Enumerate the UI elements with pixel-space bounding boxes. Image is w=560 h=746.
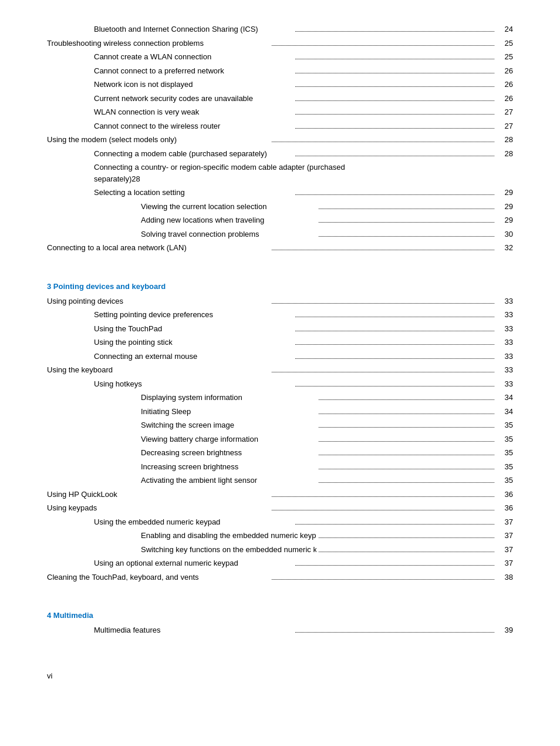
dots [272, 250, 494, 250]
toc-entry: Using the pointing stick 33 [47, 337, 513, 348]
page-number: 28 [497, 148, 513, 160]
toc-entry: Using the embedded numeric keypad 37 [47, 516, 513, 528]
entry-text: Setting pointing device preferences [94, 309, 293, 321]
dots [295, 156, 494, 156]
toc-entry: Viewing battery charge information 35 [47, 434, 513, 445]
toc-entry: Cannot connect to the wireless router 27 [47, 120, 513, 132]
page-number: 35 [497, 447, 513, 459]
page-number: 33 [497, 309, 513, 321]
dots [295, 317, 494, 317]
toc-entry: Using HP QuickLook 36 [47, 489, 513, 500]
toc-entry: Troubleshooting wireless connection prob… [47, 38, 513, 49]
toc-entry: Displaying system information 34 [47, 392, 513, 404]
page-number: 35 [497, 434, 513, 445]
page-footer: vi [47, 671, 513, 680]
entry-text: Cannot connect to the wireless router [94, 120, 293, 132]
entry-text: Switching key functions on the embedded … [141, 544, 316, 556]
dots [272, 579, 494, 580]
entry-text: Viewing battery charge information [141, 434, 316, 445]
dots [295, 386, 494, 387]
entry-text: Switching the screen image [141, 419, 316, 431]
entry-text: Using keypads [47, 502, 269, 514]
entry-text: Network icon is not displayed [94, 79, 293, 90]
page-number: 24 [497, 23, 513, 35]
dots [295, 31, 494, 32]
dots [272, 303, 494, 304]
toc-entry: Connecting an external mouse 33 [47, 351, 513, 362]
toc-entry: Cannot create a WLAN connection 25 [47, 51, 513, 63]
page-number: 37 [497, 557, 513, 569]
entry-text: Viewing the current location selection [141, 201, 316, 213]
page-number: 35 [497, 419, 513, 431]
entry-text: Displaying system information [141, 392, 316, 404]
entry-text: Using an optional external numeric keypa… [94, 557, 293, 569]
section3-number: 3 [47, 282, 53, 291]
toc-entry: Switching the screen image 35 [47, 419, 513, 431]
entry-text: WLAN connection is very weak [94, 106, 293, 118]
dots [295, 86, 494, 87]
dots [295, 331, 494, 331]
page-number: 33 [497, 351, 513, 362]
entry-text: Multimedia features [94, 624, 293, 636]
dots [319, 441, 494, 442]
toc-entry: Selecting a location setting 29 [47, 187, 513, 199]
dots [295, 358, 494, 359]
section3-entries: Using pointing devices 33 Setting pointi… [47, 295, 513, 583]
dots [272, 372, 494, 372]
dots [295, 100, 494, 101]
page-number: 32 [497, 242, 513, 254]
toc-entry: WLAN connection is very weak 27 [47, 106, 513, 118]
toc-entry: Using pointing devices 33 [47, 295, 513, 307]
entry-text: Adding new locations when traveling [141, 214, 316, 226]
page-number: 26 [497, 65, 513, 77]
entry-text: Using the keyboard [47, 364, 269, 376]
toc-entry: Solving travel connection problems 30 [47, 228, 513, 240]
dots [272, 142, 494, 142]
entry-text: Increasing screen brightness [141, 461, 316, 473]
toc-entry: Bluetooth and Internet Connection Sharin… [47, 23, 513, 35]
entry-text: Initiating Sleep [141, 406, 316, 418]
entry-text: Connecting to a local area network (LAN) [47, 242, 269, 254]
page-number: 35 [497, 461, 513, 473]
page-number: 34 [497, 392, 513, 404]
toc-entry: Multimedia features 39 [47, 624, 513, 636]
entry-text: Activating the ambient light sensor [141, 475, 316, 486]
page-number: 26 [497, 79, 513, 90]
entry-text: Selecting a location setting [94, 187, 293, 199]
page-number: 29 [497, 187, 513, 199]
dots [319, 455, 494, 455]
toc-entry: Using the modem (select models only) 28 [47, 134, 513, 146]
entry-text: Connecting a country- or region-specific… [94, 162, 345, 173]
toc-entry: Using the TouchPad 33 [47, 323, 513, 335]
dots [319, 427, 494, 428]
page-number: 27 [497, 120, 513, 132]
toc-entry: Activating the ambient light sensor 35 [47, 475, 513, 486]
dots [295, 565, 494, 566]
toc-entry: Increasing screen brightness 35 [47, 461, 513, 473]
dots [295, 524, 494, 525]
dots [319, 414, 494, 414]
page-number: 36 [497, 502, 513, 514]
toc-entry: Cannot connect to a preferred network 26 [47, 65, 513, 77]
entry-text: Solving travel connection problems [141, 228, 316, 240]
entry-text: Using the embedded numeric keypad [94, 516, 293, 528]
page-number: 36 [497, 489, 513, 500]
page-number: 28 [131, 173, 140, 185]
page-number: 37 [497, 516, 513, 528]
toc-entry: Setting pointing device preferences 33 [47, 309, 513, 321]
dots [272, 510, 494, 510]
page-number: 39 [497, 624, 513, 636]
dots [272, 496, 494, 497]
page-number: 33 [497, 378, 513, 390]
page-number: 33 [497, 364, 513, 376]
toc-entry: Adding new locations when traveling 29 [47, 214, 513, 226]
entry-text-line2: separately) [94, 173, 131, 185]
dots [319, 236, 494, 237]
dots [295, 632, 494, 633]
toc-entry: Cleaning the TouchPad, keyboard, and ven… [47, 572, 513, 583]
toc-entry: Connecting to a local area network (LAN)… [47, 242, 513, 254]
page-number: 33 [497, 295, 513, 307]
toc-entry: Using hotkeys 33 [47, 378, 513, 390]
page-number: 37 [497, 530, 513, 542]
dots [319, 552, 494, 552]
